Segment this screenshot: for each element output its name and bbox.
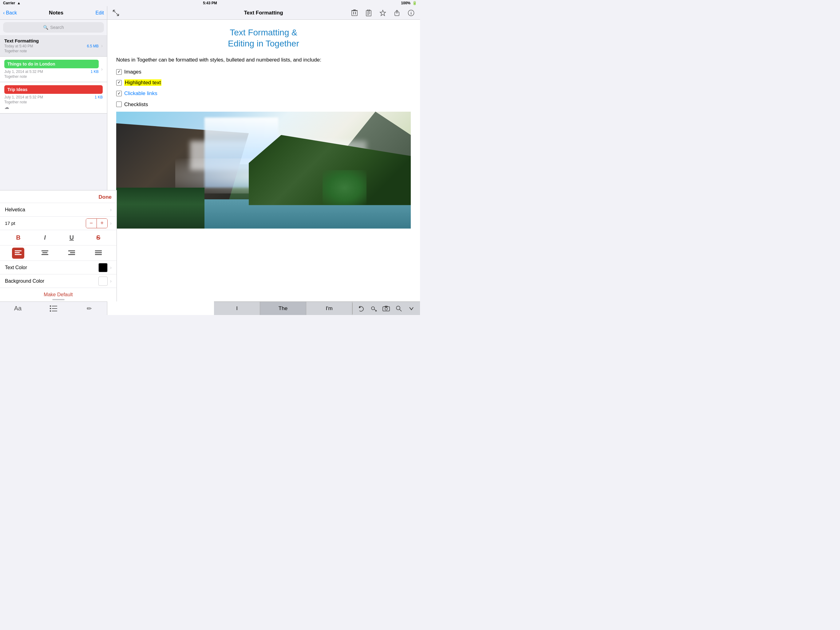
back-chevron-icon: ‹	[3, 10, 5, 16]
bg-color-row[interactable]: Background Color ›	[0, 274, 117, 288]
svg-rect-32	[367, 13, 370, 14]
svg-rect-5	[41, 254, 48, 255]
svg-rect-4	[43, 252, 47, 253]
chevron-down-icon[interactable]	[406, 303, 417, 314]
svg-rect-44	[383, 307, 390, 311]
note-intro: Notes in Together can be formatted with …	[116, 56, 411, 109]
font-name-label: Helvetica	[5, 207, 25, 212]
svg-rect-15	[52, 308, 57, 309]
star-icon[interactable]	[378, 8, 387, 17]
text-color-chevron-icon: ›	[110, 265, 112, 271]
bg-color-label: Background Color	[5, 279, 44, 284]
bg-color-chevron-icon: ›	[110, 279, 112, 284]
svg-rect-14	[50, 308, 51, 309]
font-row[interactable]: Helvetica ›	[0, 203, 117, 217]
strikethrough-button[interactable]: S	[93, 232, 104, 243]
note-item-text-formatting[interactable]: Text Formatting Today at 5:40 PM 6.5 MB …	[0, 35, 107, 57]
status-bar-time: 5:43 PM	[203, 1, 217, 5]
note-item-london[interactable]: Things to do in London July 1, 2014 at 5…	[0, 57, 107, 82]
svg-rect-9	[95, 250, 102, 251]
search-bar[interactable]: 🔍 Search	[3, 22, 104, 33]
checklist-label-checklists: Checklists	[124, 100, 148, 109]
svg-rect-28	[353, 9, 356, 11]
wifi-icon: ▲	[17, 1, 21, 5]
text-color-swatch[interactable]	[98, 263, 107, 272]
bg-color-swatch[interactable]	[98, 277, 107, 286]
edit-button[interactable]: Edit	[95, 10, 104, 16]
italic-button[interactable]: I	[39, 232, 51, 243]
note-meta-2: July 1, 2014 at 5:32 PM 1 KB	[4, 70, 99, 74]
checkbox-checklists[interactable]	[116, 101, 122, 107]
search-icon[interactable]	[393, 303, 404, 314]
left-panel: ‹ Back Notes Edit 🔍 Search Text Formatti…	[0, 6, 107, 315]
bold-button[interactable]: B	[13, 232, 24, 243]
undo-icon[interactable]	[356, 303, 367, 314]
note-subtitle-3: Together note	[4, 100, 103, 104]
svg-rect-31	[367, 12, 370, 13]
svg-rect-6	[68, 250, 75, 251]
right-nav-title: Text Formatting	[244, 10, 283, 16]
note-size-1: 6.5 MB	[87, 44, 99, 48]
note-subtitle-1: Together note	[4, 49, 99, 53]
font-size-increase-button[interactable]: +	[97, 219, 107, 228]
key-icon[interactable]	[368, 303, 379, 314]
font-size-display: 17 pt	[5, 220, 15, 226]
status-bar: Carrier ▲ 5:43 PM 100% 🔋	[0, 0, 420, 6]
checklist-item-images[interactable]: Images	[116, 68, 411, 76]
search-placeholder: Search	[50, 25, 64, 30]
keyboard-suggestion-im[interactable]: I'm	[306, 302, 352, 315]
checklist-item-links[interactable]: Clickable links	[116, 89, 411, 98]
align-justify-button[interactable]	[92, 248, 104, 259]
checkbox-images[interactable]	[116, 69, 122, 75]
svg-rect-26	[355, 12, 356, 14]
note-tag-london: Things to do in London	[4, 60, 99, 68]
clipboard-icon[interactable]	[364, 8, 373, 17]
keyboard-suggestion-i[interactable]: I	[214, 302, 260, 315]
align-center-button[interactable]	[39, 248, 51, 259]
svg-rect-25	[353, 12, 354, 14]
checkbox-highlighted[interactable]	[116, 80, 122, 85]
back-button[interactable]: ‹ Back	[3, 10, 17, 16]
keyboard-suggestion-the[interactable]: The	[260, 302, 306, 315]
align-left-button[interactable]	[12, 248, 24, 259]
note-item-trip[interactable]: Trip Ideas July 1, 2014 at 5:32 PM 1 KB …	[0, 82, 107, 114]
pencil-icon[interactable]: ✏	[82, 302, 96, 315]
share-icon[interactable]	[392, 8, 401, 17]
checklist-item-checklists[interactable]: Checklists	[116, 100, 411, 109]
checklist-label-links[interactable]: Clickable links	[124, 89, 158, 98]
foreground-rocks	[116, 188, 204, 229]
note-chevron-1: ›	[101, 43, 103, 49]
trash-icon[interactable]	[350, 8, 359, 17]
font-chevron-icon: ›	[110, 207, 112, 212]
battery-icon: 🔋	[412, 1, 417, 5]
right-nav-actions: i	[350, 8, 416, 17]
expand-icon[interactable]	[111, 8, 120, 17]
info-icon[interactable]: i	[406, 8, 416, 17]
checkbox-links[interactable]	[116, 91, 122, 96]
back-label[interactable]: Back	[6, 10, 17, 16]
svg-rect-8	[68, 254, 75, 255]
formatting-done-button[interactable]: Done	[99, 194, 112, 200]
note-tag-trip: Trip Ideas	[4, 85, 103, 94]
note-date-2: July 1, 2014 at 5:32 PM	[4, 70, 43, 74]
svg-rect-12	[50, 306, 51, 307]
note-content: Text Formatting &Editing in Together Not…	[107, 20, 420, 315]
panel-drop-indicator	[0, 298, 117, 301]
svg-rect-7	[70, 252, 75, 253]
text-color-row[interactable]: Text Color ›	[0, 261, 117, 274]
underline-button[interactable]: U	[66, 232, 77, 243]
note-size-3: 1 KB	[95, 95, 103, 99]
font-size-icon[interactable]: Aa	[11, 302, 25, 315]
font-size-decrease-button[interactable]: −	[86, 219, 96, 228]
make-default-button[interactable]: Make Default	[44, 292, 73, 298]
svg-rect-17	[52, 311, 57, 311]
list-icon[interactable]	[47, 302, 60, 315]
camera-icon[interactable]	[381, 303, 392, 314]
align-right-button[interactable]	[65, 248, 78, 259]
svg-rect-2	[15, 254, 22, 255]
note-date-3: July 1, 2014 at 5:32 PM	[4, 95, 43, 99]
checklist-item-highlighted[interactable]: Highlighted text	[116, 78, 411, 87]
formatting-header: Done	[0, 190, 117, 203]
cloud-icon: ☁	[4, 104, 9, 110]
left-nav: ‹ Back Notes Edit	[0, 6, 107, 20]
